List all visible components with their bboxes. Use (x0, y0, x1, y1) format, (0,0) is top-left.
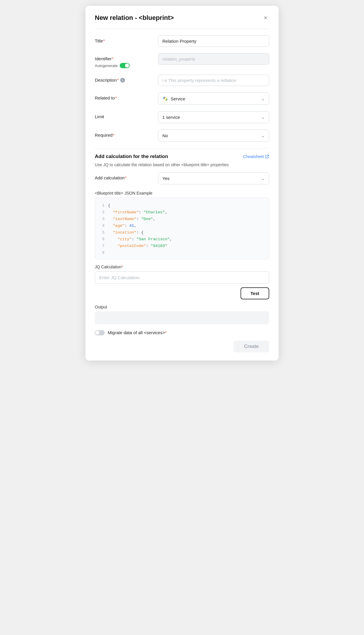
calc-section-divider (95, 148, 269, 148)
limit-control-col: 1 service ⌄ (158, 111, 269, 123)
svg-point-0 (165, 98, 166, 99)
migrate-label: Migrate data of all <services>* (108, 330, 167, 335)
test-button[interactable]: Test (241, 287, 269, 299)
identifier-control-col (158, 53, 269, 65)
calc-section-title: Add calculation for the relation (95, 154, 168, 159)
related-to-control-col: Service ⌄ (158, 92, 269, 105)
json-line-2: 2 "firstName": "Charles", (98, 209, 264, 216)
add-calc-label: Add calculation* (95, 175, 127, 180)
add-calc-control-col: Yes ⌄ (158, 172, 269, 184)
description-control-col (158, 75, 269, 86)
title-control-col (158, 35, 269, 47)
json-line-8: 8 (98, 250, 264, 256)
autogenerate-row: Autogenerate (95, 63, 153, 68)
new-relation-modal: New relation - <blueprint> × Title* Iden… (85, 6, 279, 361)
migrate-row: Migrate data of all <services>* (95, 330, 269, 335)
required-select[interactable]: No ⌄ (158, 130, 269, 142)
title-row: Title* (95, 35, 269, 47)
add-calc-select[interactable]: Yes ⌄ (158, 172, 269, 184)
modal-header: New relation - <blueprint> × (95, 14, 269, 22)
identifier-label-col: Identifier* Autogenerate (95, 53, 153, 68)
title-label: Title* (95, 38, 105, 43)
output-label: Output (95, 305, 269, 309)
related-to-value: Service (171, 96, 185, 101)
related-to-label-col: Related to* (95, 92, 153, 101)
related-to-select[interactable]: Service ⌄ (158, 92, 269, 105)
json-line-3: 3 "lastName": "Doe", (98, 216, 264, 223)
calc-description: Use JQ to calculate the relation based o… (95, 162, 269, 167)
limit-chevron-icon: ⌄ (261, 114, 265, 120)
limit-select[interactable]: 1 service ⌄ (158, 111, 269, 123)
related-to-select-inner: Service (162, 96, 185, 102)
json-example-block: 1 { 2 "firstName": "Charles", 3 "lastNam… (95, 198, 269, 259)
gcp-icon (162, 96, 168, 102)
description-row: Description* i (95, 75, 269, 86)
jq-calc-input[interactable] (95, 271, 269, 284)
required-control-col: No ⌄ (158, 130, 269, 142)
add-calc-row: Add calculation* Yes ⌄ (95, 172, 269, 184)
related-to-label: Related to* (95, 95, 117, 100)
related-to-row: Related to* Service ⌄ (95, 92, 269, 105)
calc-header-row: Add calculation for the relation Cheatsh… (95, 154, 269, 159)
required-label-col: Required* (95, 130, 153, 138)
identifier-label: Identifier* (95, 56, 114, 61)
external-link-icon (265, 155, 269, 159)
description-label-col: Description* i (95, 75, 153, 83)
modal-title: New relation - <blueprint> (95, 14, 174, 22)
cheatsheet-link[interactable]: Cheatsheet (243, 154, 269, 159)
jq-calc-label: JQ Calculation* (95, 265, 269, 269)
limit-label: Limit (95, 114, 104, 119)
json-example-label: <Blueprint title> JSON Example (95, 191, 269, 195)
limit-value: 1 service (162, 115, 180, 120)
identifier-input (158, 53, 269, 65)
title-label-col: Title* (95, 35, 153, 44)
autogenerate-label: Autogenerate (95, 64, 118, 68)
test-button-row: Test (95, 287, 269, 299)
required-chevron-icon: ⌄ (261, 133, 265, 138)
identifier-row: Identifier* Autogenerate (95, 53, 269, 68)
required-label: Required* (95, 133, 115, 138)
json-line-4: 4 "age": 41, (98, 223, 264, 229)
limit-label-col: Limit (95, 111, 153, 119)
description-label-row: Description* i (95, 78, 153, 83)
limit-row: Limit 1 service ⌄ (95, 111, 269, 123)
create-button[interactable]: Create (233, 341, 269, 352)
description-info-icon[interactable]: i (120, 78, 125, 83)
description-label: Description* (95, 78, 119, 83)
add-calc-label-col: Add calculation* (95, 172, 153, 181)
close-button[interactable]: × (262, 14, 269, 22)
add-calc-chevron-icon: ⌄ (261, 176, 265, 181)
autogenerate-toggle[interactable] (120, 63, 130, 68)
footer-row: Create (95, 341, 269, 352)
migrate-toggle[interactable] (95, 330, 105, 335)
header-divider (95, 29, 269, 29)
output-box (95, 311, 269, 324)
json-line-5: 5 "location": { (98, 229, 264, 236)
required-row: Required* No ⌄ (95, 130, 269, 142)
title-input[interactable] (158, 35, 269, 47)
json-line-7: 7 "postalCode": "94103" (98, 243, 264, 250)
related-to-chevron-icon: ⌄ (261, 96, 265, 102)
description-input[interactable] (158, 75, 269, 86)
add-calc-value: Yes (162, 176, 169, 181)
json-line-6: 6 "city": "San Fracisco", (98, 236, 264, 243)
required-value: No (162, 133, 168, 138)
json-line-1: 1 { (98, 202, 264, 209)
